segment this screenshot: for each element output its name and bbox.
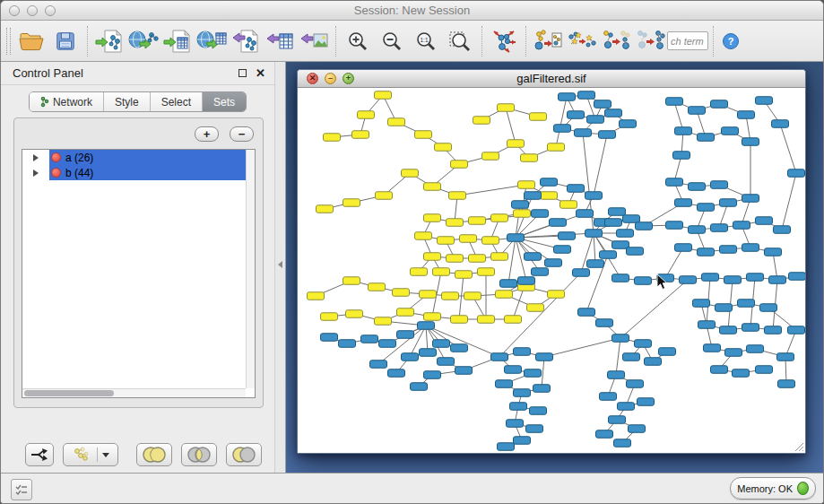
graph-node[interactable]: [514, 348, 531, 356]
close-window-button[interactable]: [9, 5, 20, 16]
graph-node[interactable]: [478, 268, 495, 276]
graph-node[interactable]: [420, 291, 437, 299]
import-network-file-button[interactable]: [92, 24, 126, 58]
graph-node[interactable]: [469, 255, 486, 263]
graph-node[interactable]: [689, 226, 706, 234]
network-graph[interactable]: [298, 88, 805, 453]
graph-node[interactable]: [777, 353, 794, 361]
graph-node[interactable]: [339, 340, 356, 348]
graph-node[interactable]: [612, 335, 629, 343]
graph-node[interactable]: [411, 383, 428, 391]
graph-node[interactable]: [778, 380, 795, 388]
graph-node[interactable]: [346, 310, 363, 318]
graph-node[interactable]: [599, 131, 616, 139]
zoom-window-button[interactable]: [45, 5, 56, 16]
graph-node[interactable]: [321, 313, 338, 321]
graph-node[interactable]: [724, 276, 742, 284]
graph-node[interactable]: [424, 253, 441, 261]
scrollbar-thumb[interactable]: [24, 390, 114, 396]
graph-node[interactable]: [397, 308, 414, 317]
vertical-scrollbar[interactable]: [246, 150, 255, 388]
graph-node[interactable]: [554, 125, 571, 133]
graph-node[interactable]: [623, 215, 640, 223]
graph-node[interactable]: [424, 313, 441, 321]
frame-minimize-button[interactable]: –: [325, 73, 336, 84]
graph-node[interactable]: [532, 210, 549, 218]
graph-node[interactable]: [308, 292, 325, 300]
toolbar-drag-handle[interactable]: [6, 28, 11, 55]
graph-node[interactable]: [505, 366, 522, 374]
graph-node[interactable]: [433, 268, 450, 276]
graph-node[interactable]: [521, 154, 538, 162]
graph-node[interactable]: [627, 248, 644, 256]
graph-node[interactable]: [536, 353, 553, 361]
collapse-panel-icon[interactable]: [278, 261, 282, 268]
graph-node[interactable]: [514, 389, 531, 397]
graph-node[interactable]: [618, 403, 635, 411]
graph-node[interactable]: [765, 326, 782, 335]
graph-node[interactable]: [358, 111, 375, 119]
graph-node[interactable]: [765, 248, 782, 256]
graph-node[interactable]: [496, 291, 513, 299]
export-image-button[interactable]: [297, 24, 331, 58]
graph-node[interactable]: [756, 217, 773, 225]
graph-node[interactable]: [725, 349, 742, 357]
graph-node[interactable]: [608, 371, 625, 379]
frame-maximize-button[interactable]: +: [343, 73, 354, 84]
tab-network[interactable]: Network: [30, 92, 104, 111]
import-table-file-button[interactable]: [160, 24, 195, 58]
graph-node[interactable]: [693, 300, 710, 308]
graph-node[interactable]: [747, 345, 764, 353]
graph-node[interactable]: [532, 268, 549, 276]
graph-node[interactable]: [512, 201, 529, 209]
import-table-url-button[interactable]: [195, 24, 229, 58]
graph-node[interactable]: [379, 340, 396, 348]
graph-node[interactable]: [789, 273, 806, 281]
graph-node[interactable]: [343, 277, 360, 285]
add-set-button[interactable]: +: [195, 126, 219, 142]
graph-node[interactable]: [711, 224, 728, 232]
graph-node[interactable]: [738, 111, 755, 119]
graph-node[interactable]: [424, 371, 441, 379]
remove-set-button[interactable]: −: [230, 126, 254, 142]
graph-node[interactable]: [680, 276, 697, 284]
graph-node[interactable]: [507, 234, 525, 242]
tab-style[interactable]: Style: [104, 92, 151, 111]
graph-node[interactable]: [720, 326, 737, 335]
graph-node[interactable]: [438, 358, 455, 366]
graph-node[interactable]: [772, 120, 789, 128]
graph-node[interactable]: [666, 98, 683, 106]
graph-node[interactable]: [675, 199, 692, 207]
graph-node[interactable]: [568, 111, 585, 119]
graph-node[interactable]: [324, 134, 341, 142]
graph-node[interactable]: [397, 331, 414, 339]
graph-node[interactable]: [698, 248, 715, 256]
frame-close-button[interactable]: ✕: [307, 73, 318, 84]
graph-node[interactable]: [505, 316, 522, 324]
network-frame-titlebar[interactable]: ✕ – + galFiltered.sif: [298, 70, 805, 88]
graph-node[interactable]: [742, 324, 759, 332]
graph-node[interactable]: [375, 91, 392, 100]
network-canvas[interactable]: [298, 88, 805, 453]
graph-node[interactable]: [559, 93, 576, 101]
graph-node[interactable]: [435, 143, 452, 152]
graph-node[interactable]: [605, 219, 622, 227]
graph-node[interactable]: [636, 222, 653, 230]
graph-node[interactable]: [769, 276, 786, 284]
dropdown-caret-icon[interactable]: [102, 453, 109, 457]
graph-node[interactable]: [742, 244, 759, 252]
graph-node[interactable]: [370, 361, 387, 369]
graph-node[interactable]: [343, 199, 360, 207]
graph-node[interactable]: [548, 143, 565, 152]
graph-node[interactable]: [500, 280, 517, 288]
import-network-url-button[interactable]: [126, 24, 160, 58]
graph-node[interactable]: [388, 369, 405, 378]
graph-node[interactable]: [541, 178, 558, 187]
graph-node[interactable]: [518, 181, 535, 189]
graph-node[interactable]: [411, 268, 428, 276]
set-row[interactable]: a (26): [22, 150, 255, 165]
network-frame[interactable]: ✕ – + galFiltered.sif: [297, 69, 806, 454]
graph-node[interactable]: [756, 97, 773, 105]
graph-node[interactable]: [482, 152, 499, 161]
open-session-button[interactable]: [14, 24, 48, 58]
